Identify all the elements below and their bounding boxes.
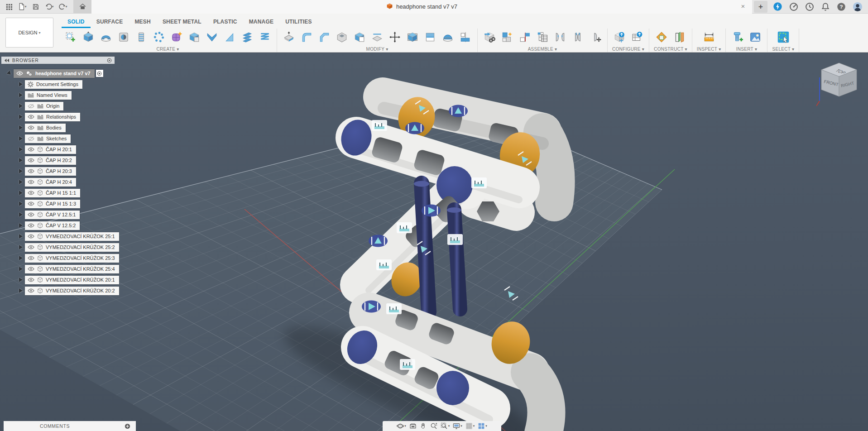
tree-item-label[interactable]: VYMEDZOVACÍ KRÚŽOK 25:1 (46, 234, 115, 239)
tree-item-label[interactable]: Bodies (46, 125, 62, 130)
expand-arrow-icon[interactable] (19, 234, 23, 239)
create-sketch-icon[interactable] (63, 30, 78, 44)
panel-display-mode-icon[interactable] (107, 58, 112, 63)
slider-joint-icon[interactable] (397, 222, 412, 233)
expand-arrow-icon[interactable] (19, 115, 23, 119)
visibility-icon[interactable] (28, 256, 34, 260)
file-new-icon[interactable]: ▾ (16, 1, 28, 12)
tree-item-document-settings[interactable]: Document Settings (1, 79, 128, 90)
expand-arrow-icon[interactable] (19, 169, 23, 173)
combine-solids-icon[interactable] (187, 30, 201, 44)
save-icon[interactable] (30, 1, 42, 12)
tree-item-vymedzovac-kr-ok-25-4[interactable]: VYMEDZOVACÍ KRÚŽOK 25:4 (1, 263, 128, 274)
move-copy-icon[interactable] (388, 30, 402, 44)
slider-joint-icon[interactable] (400, 359, 415, 370)
tree-item--ap-h-20-2[interactable]: ČAP H 20:2 (1, 155, 128, 166)
sweep-icon[interactable] (205, 30, 219, 44)
tree-item-sketches[interactable]: Sketches (1, 133, 128, 144)
revolute-joint-icon[interactable] (405, 122, 424, 134)
help-icon[interactable]: ? (837, 2, 846, 11)
visibility-icon[interactable] (28, 288, 34, 293)
visibility-icon[interactable] (28, 147, 34, 152)
visibility-icon[interactable] (28, 115, 34, 119)
visibility-icon[interactable] (28, 201, 34, 206)
slider-joint-icon[interactable] (471, 177, 487, 188)
visibility-off-icon[interactable] (28, 136, 34, 141)
create-form-icon[interactable] (169, 30, 184, 44)
ground-icon[interactable] (518, 30, 532, 44)
revolute-joint-icon[interactable] (362, 301, 381, 313)
view-cube[interactable]: TOP FRONT RIGHT (816, 59, 862, 108)
expand-arrow-icon[interactable] (19, 212, 23, 217)
group-label[interactable]: SELECT ▾ (772, 47, 794, 52)
pan-icon[interactable] (420, 422, 427, 430)
look-at-icon[interactable] (409, 422, 417, 430)
visibility-icon[interactable] (28, 267, 34, 271)
orbit-icon[interactable]: ▾ (397, 422, 406, 430)
document-tab[interactable]: headphone stand v7 v7 × (91, 0, 752, 14)
combine-icon[interactable] (352, 30, 367, 44)
select-icon[interactable] (776, 30, 791, 44)
expand-arrow-icon[interactable] (19, 278, 23, 282)
insert-mcmaster-icon[interactable] (730, 30, 745, 44)
expand-arrow-icon[interactable] (19, 245, 23, 249)
coil-icon[interactable] (258, 30, 272, 44)
tree-item-label[interactable]: ČAP H 15 1:1 (46, 190, 76, 196)
undo-icon[interactable]: ▾ (43, 1, 55, 12)
redo-icon[interactable]: ▾ (57, 1, 69, 12)
display-settings-icon[interactable]: ▾ (453, 422, 462, 430)
tree-item-named-views[interactable]: Named Views (1, 90, 128, 101)
close-document-icon[interactable]: × (739, 2, 748, 11)
browser-root-component[interactable]: headphone stand v7 v7 (1, 68, 128, 79)
extrude-icon[interactable] (81, 30, 96, 44)
add-comment-icon[interactable] (125, 423, 130, 429)
grid-layout-icon[interactable]: ▾ (465, 422, 475, 430)
group-label[interactable]: INSERT ▾ (736, 47, 758, 52)
group-label[interactable]: INSPECT ▾ (697, 47, 721, 52)
new-tab-button[interactable]: + (754, 1, 767, 13)
group-label[interactable]: CREATE ▾ (156, 47, 179, 52)
tree-item-vymedzovac-kr-ok-20-2[interactable]: VYMEDZOVACÍ KRÚŽOK 20:2 (1, 285, 128, 296)
expand-arrow-icon[interactable] (19, 147, 23, 152)
tree-item-label[interactable]: Sketches (46, 136, 67, 141)
configuration-table-icon[interactable] (630, 30, 644, 44)
expand-arrow-icon[interactable] (19, 93, 23, 97)
expand-arrow-icon[interactable] (19, 256, 23, 260)
visibility-icon[interactable] (28, 125, 34, 130)
group-label[interactable]: MODIFY ▾ (366, 47, 388, 52)
profile-icon[interactable] (853, 2, 863, 12)
tree-item-bodies[interactable]: Bodies (1, 122, 128, 133)
midplane-icon[interactable] (672, 30, 686, 44)
tree-item-vymedzovac-kr-ok-25-3[interactable]: VYMEDZOVACÍ KRÚŽOK 25:3 (1, 253, 128, 263)
press-pull-icon[interactable] (282, 30, 296, 44)
split-body-icon[interactable] (405, 30, 420, 44)
expand-arrow-icon[interactable] (19, 267, 23, 271)
tree-item--ap-h-15-1-1[interactable]: ČAP H 15 1:1 (1, 187, 128, 198)
thread-icon[interactable] (134, 30, 149, 44)
revolute-joint-icon[interactable] (422, 205, 441, 217)
tree-item-label[interactable]: headphone stand v7 v7 (35, 71, 91, 76)
offset-face-icon[interactable] (370, 30, 384, 44)
tree-item-label[interactable]: VYMEDZOVACÍ KRÚŽOK 20:1 (46, 277, 115, 283)
model-canvas[interactable] (0, 53, 868, 431)
window-zoom-icon[interactable]: ▾ (441, 422, 450, 430)
revolute-joint-icon[interactable] (369, 235, 388, 247)
as-built-joint-icon[interactable] (571, 30, 585, 44)
slider-joint-icon[interactable] (372, 120, 387, 131)
visibility-icon[interactable] (28, 191, 34, 195)
tree-item-origin[interactable]: Origin (1, 101, 128, 111)
visibility-off-icon[interactable] (28, 104, 34, 109)
collapse-panel-icon[interactable] (4, 58, 10, 62)
tree-item-label[interactable]: VYMEDZOVACÍ KRÚŽOK 25:4 (46, 266, 115, 272)
canvas-icon[interactable] (748, 30, 762, 44)
expand-arrow-icon[interactable] (19, 104, 23, 108)
visibility-icon[interactable] (28, 158, 34, 163)
visibility-icon[interactable] (28, 278, 34, 282)
tree-item--ap-h-15-1-3[interactable]: ČAP H 15 1:3 (1, 198, 128, 209)
shell-icon[interactable] (335, 30, 349, 44)
viewports-icon[interactable]: ▾ (478, 422, 487, 430)
tree-item-relationships[interactable]: Relationships (1, 111, 128, 122)
tree-item-vymedzovac-kr-ok-20-1[interactable]: VYMEDZOVACÍ KRÚŽOK 20:1 (1, 274, 128, 285)
measure-icon[interactable] (702, 30, 716, 44)
tree-item-label[interactable]: Relationships (46, 114, 76, 120)
